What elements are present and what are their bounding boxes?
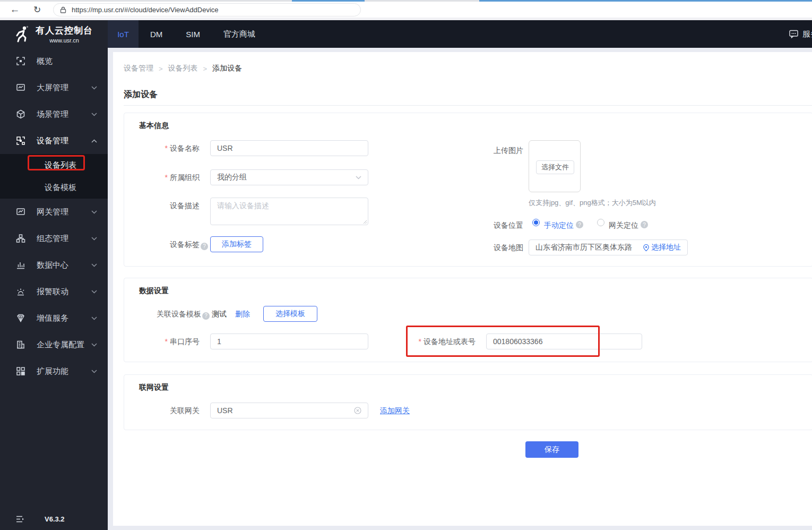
sidebar-item-overview[interactable]: 概览 <box>0 48 108 74</box>
sidebar-item-label: 大屏管理 <box>37 83 68 93</box>
browser-refresh-button[interactable]: ↻ <box>30 2 45 17</box>
network-settings-title: 联网设置 <box>139 383 169 392</box>
related-template-label-text: 关联设备模板 <box>157 310 201 318</box>
help-icon[interactable]: ? <box>576 221 583 228</box>
sidebar-item-enterprise-config[interactable]: 企业专属配置 <box>0 331 108 358</box>
browser-back-button[interactable]: ← <box>7 2 22 17</box>
page: ← ↻ https://mp.usr.cn/#/cloud/device/Vie… <box>0 0 812 530</box>
add-gateway-link[interactable]: 添加网关 <box>380 403 410 418</box>
network-settings-card: 联网设置 关联网关 USR 添加网关 <box>124 374 812 430</box>
device-description-textarea[interactable] <box>210 198 368 225</box>
chat-bubble-icon <box>789 30 798 38</box>
sidebar-item-device-management[interactable]: 设备管理 <box>0 127 108 154</box>
breadcrumb: 设备管理 > 设备列表 > 添加设备 <box>124 64 242 73</box>
logo-subtitle: www.usr.cn <box>36 37 93 44</box>
service-label: 服务 <box>802 29 812 39</box>
device-map-value: 山东省济南市历下区奥体东路 <box>535 243 632 252</box>
tab-iot[interactable]: IoT <box>108 20 139 48</box>
breadcrumb-device-management[interactable]: 设备管理 <box>124 64 153 73</box>
sidebar-item-label: 企业专属配置 <box>37 340 84 350</box>
organization-select[interactable]: 我的分组 <box>210 169 368 185</box>
chevron-down-icon <box>91 263 97 267</box>
sidebar-item-configuration[interactable]: 组态管理 <box>0 225 108 252</box>
sidebar-item-bigscreen[interactable]: 大屏管理 <box>0 74 108 101</box>
help-icon[interactable]: ? <box>641 221 648 228</box>
datacenter-icon <box>15 260 25 270</box>
sidebar-item-extensions[interactable]: 扩展功能 <box>0 358 108 384</box>
tab-sim[interactable]: SIM <box>174 20 212 48</box>
main-content: 设备管理 > 设备列表 > 添加设备 添加设备 基本信息 设备名称 所属组织 我… <box>113 52 812 526</box>
window-top-edge <box>0 0 812 2</box>
sidebar-item-label: 扩展功能 <box>37 366 68 377</box>
sidebar-item-scene[interactable]: 场景管理 <box>0 101 108 127</box>
sidebar-item-alarm[interactable]: 报警联动 <box>0 278 108 305</box>
chevron-down-icon <box>356 176 361 179</box>
device-name-value[interactable] <box>217 144 361 152</box>
version-label: V6.3.2 <box>45 515 65 523</box>
location-pin-icon <box>643 244 649 251</box>
basic-info-title: 基本信息 <box>139 121 169 131</box>
sidebar-item-label: 组态管理 <box>37 234 68 244</box>
device-map-input[interactable]: 山东省济南市历下区奥体东路 选择地址 <box>529 240 688 255</box>
browser-chrome: ← ↻ https://mp.usr.cn/#/cloud/device/Vie… <box>0 0 812 20</box>
breadcrumb-separator: > <box>203 65 208 73</box>
delete-template-link[interactable]: 删除 <box>235 306 250 322</box>
related-template-label: 关联设备模板? <box>124 306 210 322</box>
collapse-sidebar-icon[interactable] <box>16 516 24 523</box>
organization-label: 所属组织 <box>124 169 200 185</box>
device-address-label: 设备地址或表号 <box>410 334 476 349</box>
related-gateway-input[interactable]: USR <box>210 403 368 418</box>
gateway-location-radio[interactable] <box>597 219 604 226</box>
chevron-down-icon <box>91 317 97 320</box>
top-navbar: 有人云控制台 www.usr.cn IoT DM SIM 官方商城 服务 <box>0 20 812 48</box>
sidebar-item-device-list[interactable]: 设备列表 <box>0 154 108 176</box>
sidebar-item-label: 数据中心 <box>37 260 68 270</box>
sidebar-item-datacenter[interactable]: 数据中心 <box>0 252 108 278</box>
related-gateway-value: USR <box>217 406 233 415</box>
basic-info-card: 基本信息 设备名称 所属组织 我的分组 设备描述 设备标签? 添加标签 上传图片 <box>124 113 812 267</box>
upload-image-label: 上传图片 <box>468 142 523 158</box>
breadcrumb-device-list[interactable]: 设备列表 <box>168 64 198 73</box>
navbar-service-entry[interactable]: 服务 <box>789 20 812 48</box>
serial-number-value[interactable] <box>217 337 361 346</box>
tab-dm[interactable]: DM <box>139 20 174 48</box>
manual-location-option[interactable]: 手动定位 <box>544 220 574 230</box>
data-settings-title: 数据设置 <box>139 286 169 296</box>
save-button[interactable]: 保存 <box>525 441 578 458</box>
device-address-value[interactable] <box>493 337 635 346</box>
url-text: https://mp.usr.cn/#/cloud/device/ViewAdd… <box>72 6 219 14</box>
help-icon[interactable]: ? <box>201 243 208 250</box>
manual-location-radio[interactable] <box>532 219 540 226</box>
device-map-label: 设备地图 <box>468 240 523 255</box>
device-location-label: 设备位置 <box>468 217 523 233</box>
sidebar: 概览 大屏管理 场景管理 设备管理 设备列表 设备模板 <box>0 48 108 530</box>
title-divider <box>124 105 812 106</box>
sidebar-item-device-template[interactable]: 设备模板 <box>0 176 108 199</box>
add-tag-button[interactable]: 添加标签 <box>210 236 263 252</box>
serial-number-input[interactable] <box>210 334 368 349</box>
usr-person-logo-icon <box>15 25 31 42</box>
upload-image-dropzone[interactable]: 选择文件 <box>529 140 581 192</box>
device-description-label: 设备描述 <box>124 198 200 213</box>
choose-file-button[interactable]: 选择文件 <box>536 160 574 174</box>
overview-icon <box>15 56 25 66</box>
gateway-location-option[interactable]: 网关定位 <box>609 220 638 230</box>
choose-address-link[interactable]: 选择地址 <box>643 243 681 252</box>
sidebar-item-gateway[interactable]: 网关管理 <box>0 199 108 225</box>
device-address-input[interactable] <box>486 334 642 349</box>
device-management-submenu: 设备列表 设备模板 <box>0 154 108 199</box>
clear-icon[interactable] <box>354 407 361 414</box>
breadcrumb-separator: > <box>159 65 163 73</box>
app-logo[interactable]: 有人云控制台 www.usr.cn <box>0 20 108 48</box>
window-accent-segment <box>479 0 812 2</box>
choose-template-button[interactable]: 选择模板 <box>263 306 317 322</box>
tab-official-mall[interactable]: 官方商城 <box>212 20 267 48</box>
browser-address-bar[interactable]: https://mp.usr.cn/#/cloud/device/ViewAdd… <box>53 3 361 16</box>
device-name-input[interactable] <box>210 140 368 156</box>
chevron-down-icon <box>91 370 97 373</box>
sidebar-item-value-added-services[interactable]: 增值服务 <box>0 305 108 331</box>
alarm-icon <box>15 287 25 297</box>
help-icon[interactable]: ? <box>202 312 210 320</box>
breadcrumb-add-device: 添加设备 <box>212 64 242 73</box>
chevron-down-icon <box>91 290 97 294</box>
